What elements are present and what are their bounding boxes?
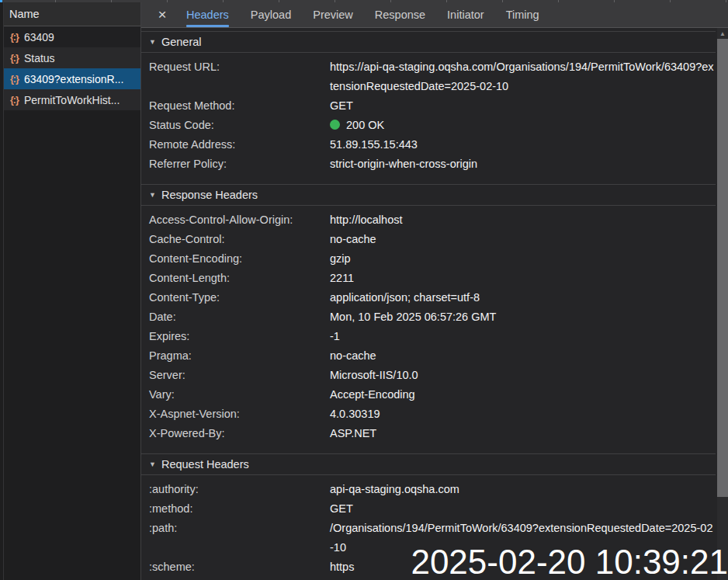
section-title: Request Headers: [161, 458, 249, 471]
chevron-down-icon: ▼: [149, 38, 156, 46]
headers-section: ▼General Request URL: https://api-qa-sta…: [141, 31, 716, 184]
devtools-network-panel: Name {:} 63409 {:} Status {:} 63409?exte…: [0, 0, 728, 580]
header-name: :method:: [149, 499, 330, 519]
tab-label: Initiator: [447, 9, 484, 21]
tab-label: Preview: [313, 9, 353, 21]
json-icon: {:}: [10, 53, 19, 64]
header-name: :scheme:: [149, 557, 330, 577]
header-value: Accept-Encoding: [330, 385, 716, 405]
timestamp-overlay: 2025-02-20 10:39:21: [411, 545, 728, 579]
request-label: 63409: [24, 31, 54, 43]
header-value: 2211: [330, 269, 716, 288]
request-list-item[interactable]: {:} 63409?extensionR...: [4, 68, 140, 89]
status-ok-dot: [330, 120, 340, 130]
header-row: Request URL: https://api-qa-staging.oqsh…: [141, 57, 716, 96]
section-title: Response Headers: [161, 189, 258, 201]
chevron-down-icon: ▼: [149, 191, 156, 199]
tab-label: Payload: [251, 9, 291, 21]
chevron-down-icon: ▼: [149, 460, 156, 468]
header-name: Content-Type:: [149, 288, 330, 307]
header-name: Status Code:: [149, 116, 330, 135]
close-icon[interactable]: ×: [149, 2, 175, 27]
section-header[interactable]: ▼Request Headers: [141, 454, 716, 475]
request-list-item[interactable]: {:} PermitToWorkHist...: [4, 89, 140, 110]
section-header[interactable]: ▼General: [141, 32, 716, 53]
header-value: 4.0.30319: [330, 405, 716, 424]
tab-label: Headers: [186, 9, 229, 21]
header-name: Server:: [149, 366, 330, 385]
request-list-item[interactable]: {:} 63409: [4, 26, 140, 47]
header-value: 200 OK: [330, 116, 716, 135]
header-name: Request URL:: [149, 57, 330, 96]
header-row: Content-Encoding: gzip: [141, 249, 716, 269]
header-row: Status Code: 200 OK: [141, 116, 716, 135]
scrollbar-thumb[interactable]: [717, 39, 728, 497]
json-icon: {:}: [10, 74, 19, 85]
header-name: Date:: [149, 307, 330, 327]
header-row: Pragma: no-cache: [141, 346, 716, 366]
header-value: no-cache: [330, 230, 716, 249]
vertical-scrollbar[interactable]: ▲: [717, 28, 728, 580]
header-value: http://localhost: [330, 210, 716, 230]
header-row: Expires: -1: [141, 327, 716, 346]
header-name: Content-Length:: [149, 269, 330, 288]
section-header[interactable]: ▼Response Headers: [141, 185, 716, 206]
tab-timing[interactable]: Timing: [498, 2, 547, 27]
main-split: Name {:} 63409 {:} Status {:} 63409?exte…: [0, 2, 728, 580]
tab-payload[interactable]: Payload: [243, 2, 299, 27]
header-value: GET: [330, 499, 716, 519]
header-value: strict-origin-when-cross-origin: [330, 155, 716, 174]
header-row: Date: Mon, 10 Feb 2025 06:57:26 GMT: [141, 307, 716, 327]
header-value: Mon, 10 Feb 2025 06:57:26 GMT: [330, 307, 716, 327]
header-name: Request Method:: [149, 96, 330, 116]
tab-preview[interactable]: Preview: [305, 2, 361, 27]
header-value: application/json; charset=utf-8: [330, 288, 716, 307]
tab-response[interactable]: Response: [367, 2, 433, 27]
tab-strip: Headers Payload Preview Response Initiat…: [175, 2, 550, 27]
header-row: Vary: Accept-Encoding: [141, 385, 716, 405]
header-name: Content-Encoding:: [149, 249, 330, 269]
header-row: Remote Address: 51.89.155.15:443: [141, 135, 716, 155]
request-details-panel: × Headers Payload Preview Response Initi…: [141, 2, 728, 580]
header-row: :authority: api-qa-staging.oqsha.com: [141, 480, 716, 499]
tab-label: Response: [375, 9, 425, 21]
header-row: X-Powered-By: ASP.NET: [141, 424, 716, 443]
header-row: X-Aspnet-Version: 4.0.30319: [141, 405, 716, 424]
request-list-item[interactable]: {:} Status: [4, 47, 140, 68]
header-name: Pragma:: [149, 346, 330, 366]
header-row: Cache-Control: no-cache: [141, 230, 716, 249]
header-name: Expires:: [149, 327, 330, 346]
header-name: Cache-Control:: [149, 230, 330, 249]
header-value: 51.89.155.15:443: [330, 135, 716, 155]
header-row: Content-Length: 2211: [141, 269, 716, 288]
header-value: ASP.NET: [330, 424, 716, 443]
header-name: Access-Control-Allow-Origin:: [149, 210, 330, 230]
details-tabbar: × Headers Payload Preview Response Initi…: [141, 2, 728, 28]
tab-initiator[interactable]: Initiator: [439, 2, 492, 27]
request-label: 63409?extensionR...: [24, 73, 123, 85]
section-body: Access-Control-Allow-Origin: http://loca…: [141, 206, 716, 453]
headers-section: ▼Response Headers Access-Control-Allow-O…: [141, 184, 716, 453]
header-name: X-Aspnet-Version:: [149, 405, 330, 424]
header-row: :method: GET: [141, 499, 716, 519]
request-list: {:} 63409 {:} Status {:} 63409?extension…: [0, 26, 140, 110]
header-name: X-Powered-By:: [149, 424, 330, 443]
header-row: Referrer Policy: strict-origin-when-cros…: [141, 155, 716, 174]
header-value: https://api-qa-staging.oqsha.com/Organis…: [330, 57, 716, 96]
header-value: Microsoft-IIS/10.0: [330, 366, 716, 385]
section-title: General: [161, 36, 202, 48]
request-list-sidebar: Name {:} 63409 {:} Status {:} 63409?exte…: [0, 2, 141, 580]
name-column-header[interactable]: Name: [4, 2, 140, 26]
header-name: Referrer Policy:: [149, 155, 330, 174]
section-body: Request URL: https://api-qa-staging.oqsh…: [141, 53, 716, 184]
header-value: api-qa-staging.oqsha.com: [330, 480, 716, 499]
json-icon: {:}: [10, 32, 19, 43]
request-label: PermitToWorkHist...: [24, 94, 120, 106]
tab-headers[interactable]: Headers: [179, 2, 237, 27]
header-name: :authority:: [149, 480, 330, 499]
scroll-up-arrow-icon[interactable]: ▲: [717, 28, 728, 39]
json-icon: {:}: [10, 95, 19, 106]
header-value: -1: [330, 327, 716, 346]
request-label: Status: [24, 52, 55, 64]
header-name: :path:: [149, 519, 330, 557]
